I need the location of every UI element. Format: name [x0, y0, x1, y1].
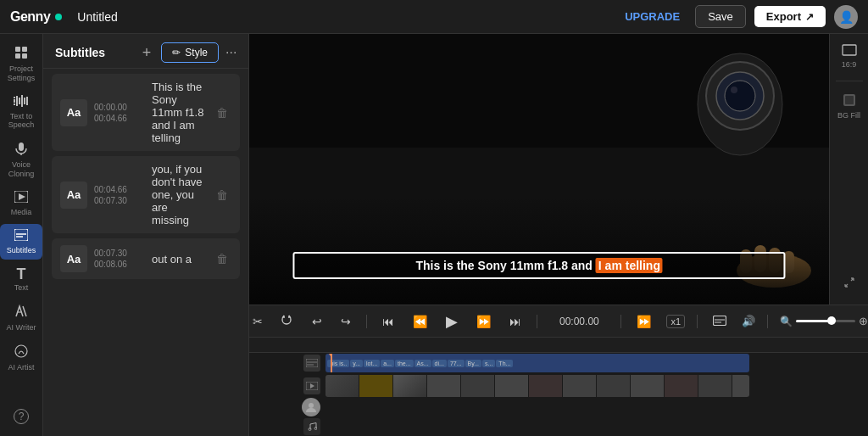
step-forward-button[interactable]: ⏩ — [473, 313, 494, 330]
style-pencil-icon: ✏ — [172, 47, 181, 59]
speed-badge[interactable]: x1 — [666, 315, 685, 328]
ai-artist-icon — [14, 344, 28, 361]
sidebar-label-text: Text — [14, 283, 29, 293]
vt-seg-10 — [665, 375, 698, 397]
sidebar-item-media[interactable]: Media — [0, 186, 42, 222]
svg-rect-0 — [15, 47, 20, 52]
vt-seg-1 — [326, 375, 359, 397]
cut-button[interactable]: ✂ — [249, 313, 266, 330]
svg-marker-14 — [19, 193, 25, 200]
st-chip-2: y... — [350, 360, 363, 367]
video-track-content[interactable] — [326, 375, 868, 397]
zoom-out-icon[interactable]: 🔍 — [780, 316, 793, 327]
text-to-speech-icon — [14, 95, 29, 110]
svg-line-19 — [23, 306, 26, 316]
subtitle-item-3[interactable]: Aa 00:07.30 00:08.06 out on a 🗑 — [52, 238, 240, 279]
vt-seg-5 — [495, 375, 529, 397]
vt-seg-9 — [631, 375, 665, 397]
st-chip-11: Th... — [496, 360, 513, 367]
undo-button[interactable]: ↩ — [309, 313, 326, 330]
project-settings-icon — [14, 46, 28, 63]
rs-item-aspect-ratio[interactable]: 16:9 — [832, 41, 867, 72]
subtitle-start-3: 00:07.30 — [94, 249, 145, 258]
st-chip-6: As... — [415, 360, 431, 367]
avatar[interactable]: 👤 — [834, 5, 858, 29]
subtitle-overlay-text-before: This is the Sony 11mm f1.8 and — [415, 259, 595, 272]
svg-rect-15 — [14, 229, 28, 241]
sidebar-item-help[interactable]: ? — [0, 404, 42, 429]
svg-rect-4 — [14, 97, 15, 98]
add-subtitle-button[interactable]: + — [139, 44, 155, 62]
subtitle-track-content[interactable]: his is.. y... lot... a... the... As... d… — [326, 354, 868, 372]
subtitle-list: Aa 00:00.00 00:04.66 This is the Sony 11… — [43, 69, 248, 436]
voice-track-row — [249, 398, 868, 417]
vt-seg-11 — [698, 375, 732, 397]
save-button[interactable]: Save — [695, 5, 746, 28]
video-track-bar — [326, 375, 749, 397]
export-icon: ↗ — [805, 11, 814, 23]
fast-forward-button[interactable]: ⏩ — [633, 313, 654, 330]
svg-rect-9 — [21, 95, 23, 107]
delete-subtitle-3[interactable]: 🗑 — [213, 252, 231, 266]
music-icon — [303, 418, 320, 435]
st-chip-5: the... — [395, 360, 414, 367]
camera-body — [693, 49, 787, 159]
svg-rect-31 — [843, 45, 856, 55]
style-button[interactable]: ✏ Style — [161, 42, 219, 63]
sidebar-item-text-to-speech[interactable]: Text to Speech — [0, 90, 42, 136]
magnet-button[interactable] — [278, 312, 297, 330]
step-back-button[interactable]: ⏪ — [409, 313, 431, 330]
zoom-thumb — [827, 316, 836, 325]
title-area: Untitled — [77, 10, 609, 24]
sidebar-item-ai-artist[interactable]: AI Artist — [0, 339, 42, 377]
st-chip-4: a... — [381, 360, 394, 367]
header-actions: UPGRADE Save Export ↗ 👤 — [618, 5, 858, 29]
skip-forward-button[interactable]: ⏭ — [506, 313, 525, 330]
sidebar-item-voice-cloning[interactable]: Voice Cloning — [0, 137, 42, 184]
panel-header: Subtitles + ✏ Style ··· — [43, 34, 248, 69]
sidebar-item-project-settings[interactable]: ProjectSettings — [0, 41, 42, 88]
subtitle-text-2: you, if you don't have one, you are miss… — [152, 163, 206, 226]
playhead — [331, 354, 332, 372]
vt-seg-highlight — [359, 375, 393, 397]
svg-rect-33 — [845, 96, 854, 104]
subtitle-item-1[interactable]: Aa 00:00.00 00:04.66 This is the Sony 11… — [52, 74, 240, 151]
redo-button[interactable]: ↪ — [337, 313, 354, 330]
delete-subtitle-1[interactable]: 🗑 — [213, 106, 231, 120]
rs-item-bg-fill[interactable]: BG Fill — [832, 90, 867, 123]
vt-seg-2 — [393, 375, 427, 397]
subtitle-start-2: 00:04.66 — [94, 185, 145, 194]
help-icon: ? — [14, 409, 29, 424]
play-button[interactable]: ▶ — [442, 310, 461, 333]
sidebar-label-project-settings: ProjectSettings — [8, 64, 36, 83]
voice-track-label — [249, 398, 326, 416]
upgrade-button[interactable]: UPGRADE — [618, 7, 687, 26]
svg-rect-3 — [22, 53, 27, 59]
subtitle-times-1: 00:00.00 00:04.66 — [94, 81, 145, 144]
svg-point-25 — [731, 87, 737, 93]
video-track-icon — [303, 377, 320, 394]
video-track-label — [249, 377, 326, 394]
skip-back-button[interactable]: ⏮ — [379, 313, 398, 330]
zoom-slider[interactable] — [796, 320, 855, 322]
expand-preview-button[interactable] — [843, 270, 855, 298]
zoom-in-icon[interactable]: ⊕ — [859, 315, 868, 327]
sidebar-item-ai-writer[interactable]: AI Writer — [0, 299, 42, 338]
sidebar-item-subtitles[interactable]: Subtitles — [0, 224, 42, 260]
delete-subtitle-2[interactable]: 🗑 — [213, 188, 231, 202]
logo-dot — [55, 14, 62, 20]
captions-button[interactable] — [709, 313, 730, 330]
st-chip-10: s... — [482, 360, 495, 367]
subtitle-track-bar: his is.. y... lot... a... the... As... d… — [326, 354, 749, 372]
subtitle-overlay: This is the Sony 11mm f1.8 and I am tell… — [293, 252, 786, 279]
video-frame: This is the Sony 11mm f1.8 and I am tell… — [249, 34, 829, 305]
timeline: ✂ ↩ ↪ ⏮ ⏪ ▶ ⏩ ⏭ 00:00.00 ⏩ x1 — [249, 305, 868, 436]
sidebar-item-text[interactable]: T Text — [0, 261, 42, 298]
svg-rect-11 — [26, 97, 28, 105]
subtitle-times-3: 00:07.30 00:08.06 — [94, 245, 145, 272]
more-options-button[interactable]: ··· — [225, 45, 236, 60]
subtitle-item-2[interactable]: Aa 00:04.66 00:07.30 you, if you don't h… — [52, 156, 240, 233]
volume-icon[interactable]: 🔊 — [742, 315, 755, 327]
sidebar-label-ai-writer: AI Writer — [7, 323, 36, 333]
export-button[interactable]: Export ↗ — [754, 6, 826, 27]
